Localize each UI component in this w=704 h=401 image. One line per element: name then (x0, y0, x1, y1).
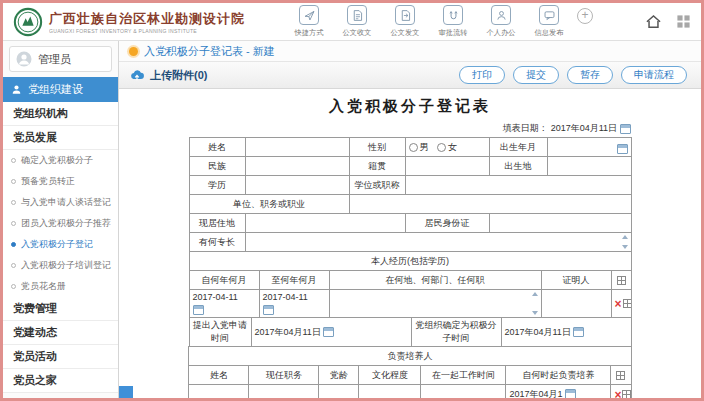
scroll-up-icon[interactable] (532, 292, 538, 296)
id-card-input[interactable] (489, 214, 631, 233)
degree-title-input[interactable] (405, 176, 631, 195)
toolbar-item-approval-flow[interactable]: 审批流转 (433, 5, 473, 38)
unit-duty-input[interactable] (349, 195, 631, 214)
sidebar-item-member-activity[interactable]: 党员活动 (3, 345, 118, 369)
print-button[interactable]: 打印 (459, 66, 505, 84)
birth-month-input[interactable] (547, 138, 631, 157)
gender-male-option[interactable]: 男 (409, 142, 429, 152)
sidebar-item-party-org-structure[interactable]: 党组织机构 (3, 102, 118, 126)
main-content: 入党积极分子登记表 - 新建 上传附件(0) 打印 提交 暂存 申请流程 (119, 41, 701, 398)
add-row-icon[interactable] (623, 299, 631, 308)
calendar-icon[interactable] (573, 327, 584, 337)
sidebar-item-member-development[interactable]: 党员发展 (3, 126, 118, 150)
birth-place-input[interactable] (547, 157, 631, 176)
gender-female-label: 女 (448, 142, 457, 152)
apply-flow-button[interactable]: 申请流程 (621, 66, 687, 84)
confirm-time-input[interactable]: 2017年04月11日 (501, 318, 631, 347)
delete-row-icon[interactable]: × (614, 388, 621, 399)
name-input[interactable] (245, 138, 349, 157)
bullet-icon (11, 284, 16, 289)
sidebar-item-label: 党员发展 (13, 130, 57, 145)
sidebar-subitem-label: 入党积极分子登记 (21, 238, 93, 251)
upload-attachment-link[interactable]: 上传附件(0) (129, 68, 207, 83)
sidebar-subitem-confirm-activist[interactable]: 确定入党积极分子 (3, 150, 118, 171)
header-right-actions (645, 13, 691, 30)
calendar-icon[interactable] (323, 327, 334, 337)
ethnicity-input[interactable] (245, 157, 349, 176)
trainer-culture-input[interactable] (359, 385, 421, 398)
radio-female-icon[interactable] (437, 143, 446, 152)
gender-female-option[interactable]: 女 (437, 142, 457, 152)
basic-info-table: 姓名 性别 男 女 出生年月 民族 籍贯 (189, 137, 632, 252)
trainer-party-age-input[interactable] (319, 385, 359, 398)
app-window: 广西壮族自治区林业勘测设计院 GUANGXI FOREST INVENTORY … (0, 0, 704, 401)
experience-witness-input[interactable] (541, 290, 611, 318)
radio-male-icon[interactable] (409, 143, 418, 152)
sidebar-item-party-fee[interactable]: 党费管理 (3, 297, 118, 321)
specialty-input[interactable] (245, 233, 631, 252)
calendar-icon[interactable] (617, 144, 628, 154)
trainer-name-input[interactable] (189, 385, 249, 398)
submit-button[interactable]: 提交 (513, 66, 559, 84)
experience-to-input[interactable]: 2017-04-11 (259, 290, 329, 318)
native-place-input[interactable] (405, 157, 489, 176)
sidebar-item-party-news[interactable]: 党建动态 (3, 321, 118, 345)
apps-grid-icon[interactable] (676, 14, 691, 29)
trainer-duty-input[interactable] (249, 385, 319, 398)
trainer-section-title: 负责培养人 (189, 347, 631, 366)
apply-time-input[interactable]: 2017年04月11日 (251, 318, 411, 347)
toolbar-item-shortcut[interactable]: 快捷方式 (289, 5, 329, 38)
trainer-since-input[interactable]: 2017年04月1 (506, 385, 611, 398)
trainer-worktime-input[interactable] (421, 385, 506, 398)
doc-receive-icon (347, 5, 367, 25)
scroll-up-icon[interactable] (622, 235, 628, 239)
calendar-icon[interactable] (263, 305, 274, 315)
add-row-icon[interactable] (622, 390, 631, 398)
toolbar-item-personal-office[interactable]: 个人办公 (481, 5, 521, 38)
toolbar-item-doc-send[interactable]: 公文发文 (385, 5, 425, 38)
birth-month-label: 出生年月 (489, 138, 547, 157)
sidebar-subitem-activist-register[interactable]: 入党积极分子登记 (3, 234, 118, 255)
gender-male-label: 男 (420, 142, 429, 152)
add-row-icon[interactable] (617, 276, 626, 285)
sidebar-subitem-applicant-talk[interactable]: 与入党申请人谈话登记 (3, 192, 118, 213)
unit-duty-label: 单位、职务或职业 (189, 195, 349, 214)
table-row: 现居住地 居民身份证 (189, 214, 631, 233)
residence-input[interactable] (245, 214, 405, 233)
sidebar-item-member-home[interactable]: 党员之家 (3, 369, 118, 393)
home-icon[interactable] (645, 13, 662, 30)
scroll-down-icon[interactable] (532, 311, 538, 315)
toolbar-item-info-publish[interactable]: 信息发布 (529, 5, 569, 38)
experience-detail-input[interactable] (329, 290, 541, 318)
residence-label: 现居住地 (189, 214, 245, 233)
sidebar-subitem-member-roster[interactable]: 党员花名册 (3, 276, 118, 297)
save-draft-button[interactable]: 暂存 (567, 66, 613, 84)
add-shortcut-icon[interactable]: + (577, 8, 593, 24)
sidebar-item-party-org-construction[interactable]: 党组织建设 (3, 77, 118, 102)
scroll-down-icon[interactable] (622, 245, 628, 249)
breadcrumb[interactable]: 入党积极分子登记表 - 新建 (144, 44, 275, 59)
user-profile[interactable]: 管理员 (9, 46, 112, 72)
delete-row-icon[interactable]: × (615, 297, 622, 311)
sidebar-subitem-league-recommend[interactable]: 团员入党积极分子推荐 (3, 213, 118, 234)
sidebar-subitem-label: 党员花名册 (21, 280, 66, 293)
toolbar-item-doc-receive[interactable]: 公文收文 (337, 5, 377, 38)
calendar-icon[interactable] (193, 305, 204, 315)
experience-from-input[interactable]: 2017-04-11 (189, 290, 259, 318)
sidebar-subitem-probation-full[interactable]: 预备党员转正 (3, 171, 118, 192)
calendar-icon[interactable] (620, 124, 631, 134)
breadcrumb-dot-icon (129, 47, 138, 56)
add-row-icon[interactable] (616, 371, 625, 380)
floating-widget[interactable] (119, 386, 133, 398)
fill-date-value[interactable]: 2017年04月11日 (551, 122, 617, 135)
sidebar-subitem-activist-training[interactable]: 入党积极分子培训登记 (3, 255, 118, 276)
upload-attachment-label: 上传附件(0) (150, 68, 207, 83)
scrollbar[interactable] (532, 292, 539, 315)
table-row: 提出入党申请时间 2017年04月11日 党组织确定为积极分子时间 2017年0… (189, 318, 631, 347)
bullet-icon (11, 242, 16, 247)
breadcrumb-bar: 入党积极分子登记表 - 新建 (119, 41, 701, 62)
education-input[interactable] (245, 176, 349, 195)
calendar-icon[interactable] (565, 389, 576, 398)
table-row: 有何专长 (189, 233, 631, 252)
scrollbar[interactable] (622, 235, 629, 249)
